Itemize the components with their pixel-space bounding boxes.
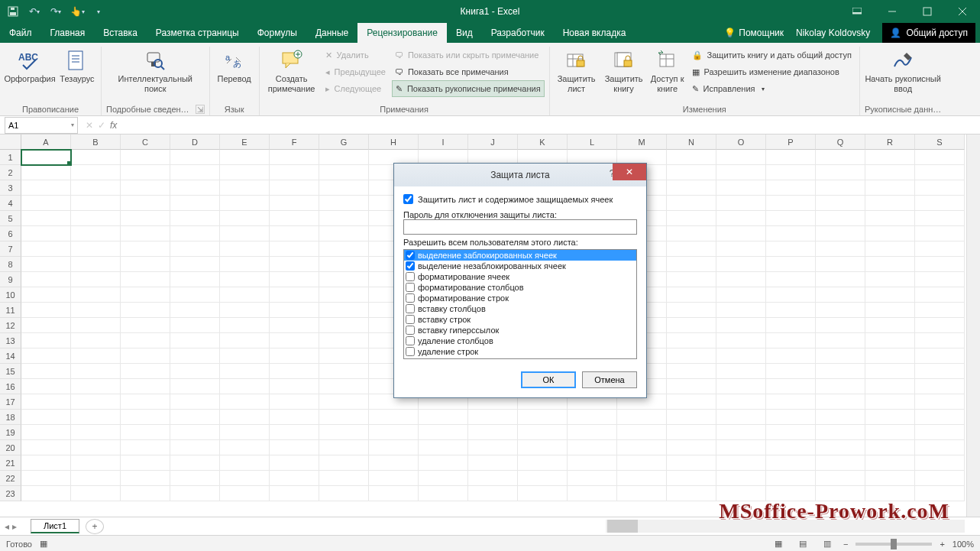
tab-insert[interactable]: Вставка [94, 23, 147, 43]
cell[interactable] [319, 287, 369, 303]
tab-data[interactable]: Данные [306, 23, 357, 43]
cell[interactable] [816, 226, 865, 241]
column-header[interactable]: R [865, 135, 915, 150]
cell[interactable] [319, 272, 369, 287]
cell[interactable] [170, 241, 220, 257]
row-header[interactable]: 1 [0, 150, 21, 165]
cell[interactable] [816, 379, 865, 394]
cell[interactable] [865, 440, 915, 455]
cell[interactable] [220, 471, 270, 486]
ok-button[interactable]: ОК [521, 371, 576, 388]
cell[interactable] [816, 150, 865, 165]
cell[interactable] [716, 287, 766, 303]
cell[interactable] [865, 318, 915, 333]
column-header[interactable]: F [270, 135, 319, 150]
cell[interactable] [915, 272, 965, 287]
cell[interactable] [766, 272, 816, 287]
close-icon[interactable] [945, 0, 980, 23]
customize-qat-icon[interactable]: ▾ [92, 5, 105, 18]
cell[interactable] [816, 425, 865, 440]
cell[interactable] [716, 364, 766, 379]
cell[interactable] [766, 425, 816, 440]
cell[interactable] [220, 410, 270, 425]
minimize-icon[interactable] [875, 0, 910, 23]
maximize-icon[interactable] [910, 0, 945, 23]
cell[interactable] [71, 318, 121, 333]
cell[interactable] [766, 150, 816, 165]
cell[interactable] [319, 379, 369, 394]
cell[interactable] [816, 303, 865, 318]
cell[interactable] [865, 257, 915, 272]
row-header[interactable]: 4 [0, 196, 21, 211]
column-header[interactable]: K [518, 135, 568, 150]
cell[interactable] [270, 287, 319, 303]
cell[interactable] [667, 241, 716, 257]
cell[interactable] [716, 196, 766, 211]
cell[interactable] [270, 226, 319, 241]
delete-comment-button[interactable]: ✕Удалить [322, 47, 389, 63]
row-header[interactable]: 14 [0, 348, 21, 364]
last-sheet-icon[interactable]: ▸ [12, 521, 17, 532]
cell[interactable] [21, 303, 71, 318]
cell[interactable] [716, 394, 766, 410]
cell[interactable] [369, 471, 419, 486]
cell[interactable] [766, 471, 816, 486]
row-header[interactable]: 9 [0, 272, 21, 287]
cell[interactable] [667, 455, 716, 471]
share-workbook-button[interactable]: Доступ к книге [649, 47, 686, 93]
cell[interactable] [121, 180, 170, 196]
insights-launcher-icon[interactable]: ⇲ [196, 105, 205, 114]
cell[interactable] [667, 333, 716, 348]
cell[interactable] [270, 394, 319, 410]
permission-item[interactable]: выделение заблокированных ячеек [404, 250, 636, 261]
cell[interactable] [766, 241, 816, 257]
cell[interactable] [121, 318, 170, 333]
cell[interactable] [716, 257, 766, 272]
row-header[interactable]: 20 [0, 440, 21, 455]
cell[interactable] [220, 440, 270, 455]
cell[interactable] [766, 196, 816, 211]
cell[interactable] [270, 364, 319, 379]
cell[interactable] [71, 333, 121, 348]
tab-file[interactable]: Файл [0, 23, 41, 43]
cell[interactable] [21, 394, 71, 410]
cell[interactable] [865, 165, 915, 180]
cell[interactable] [468, 486, 518, 501]
share-button[interactable]: 👤Общий доступ [882, 23, 975, 43]
cell[interactable] [816, 196, 865, 211]
row-header[interactable]: 15 [0, 364, 21, 379]
cell[interactable] [220, 364, 270, 379]
cell[interactable] [617, 425, 667, 440]
cell[interactable] [220, 257, 270, 272]
cell[interactable] [170, 348, 220, 364]
cell[interactable] [766, 486, 816, 501]
column-header[interactable]: L [568, 135, 617, 150]
cell[interactable] [419, 425, 468, 440]
new-comment-button[interactable]: Создать примечание [264, 47, 319, 93]
cell[interactable] [865, 410, 915, 425]
cell[interactable] [170, 257, 220, 272]
cell[interactable] [816, 410, 865, 425]
cell[interactable] [766, 211, 816, 226]
cell[interactable] [667, 394, 716, 410]
permissions-list[interactable]: выделение заблокированных ячееквыделение… [403, 249, 637, 359]
cell[interactable] [270, 303, 319, 318]
cell[interactable] [816, 211, 865, 226]
cell[interactable] [419, 471, 468, 486]
cell[interactable] [667, 165, 716, 180]
permission-item[interactable]: удаление строк [404, 346, 636, 357]
cell[interactable] [121, 471, 170, 486]
column-header[interactable]: I [419, 135, 468, 150]
tab-new[interactable]: Новая вкладка [554, 23, 636, 43]
cell[interactable] [865, 180, 915, 196]
cell[interactable] [270, 165, 319, 180]
show-hide-comment-button[interactable]: 🗨Показать или скрыть примечание [392, 47, 545, 63]
cell[interactable] [121, 196, 170, 211]
column-header[interactable]: B [71, 135, 121, 150]
permission-checkbox[interactable] [406, 336, 415, 345]
protect-contents-checkbox[interactable] [403, 194, 413, 204]
cell[interactable] [270, 348, 319, 364]
cell[interactable] [518, 471, 568, 486]
cell[interactable] [915, 364, 965, 379]
cell[interactable] [220, 272, 270, 287]
